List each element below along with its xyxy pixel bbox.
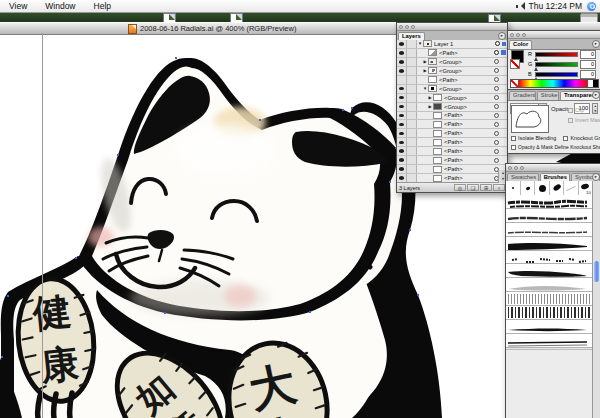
panel-zoom-icon[interactable] [520,166,524,170]
lock-cell[interactable] [407,103,417,111]
panel-zoom-icon[interactable] [522,33,526,37]
panel-zoom-icon[interactable] [411,25,415,29]
layer-label[interactable]: <Path> [444,111,494,119]
clipping-mask-button[interactable]: ◎ [454,184,466,191]
visibility-cell[interactable] [397,120,407,128]
panel-minimize-icon[interactable] [405,25,409,29]
layer-label[interactable]: <Group> [439,67,494,75]
brush-item[interactable] [506,264,593,278]
layer-label[interactable]: <Path> [439,49,494,57]
brush-item[interactable] [506,306,593,320]
layer-row[interactable]: <Path> [397,147,507,156]
target-icon[interactable] [494,140,499,145]
visibility-cell[interactable] [397,138,407,146]
lock-cell[interactable] [407,49,417,57]
brush-swatch[interactable] [535,181,550,195]
brush-swatch[interactable]: 10 [579,181,594,195]
layer-label[interactable]: <Path> [444,147,494,155]
blue-slider[interactable] [535,72,578,77]
layer-label[interactable]: <Path> [444,129,494,137]
lock-cell[interactable] [407,85,417,93]
scrollbar-thumb[interactable] [594,261,599,282]
visibility-cell[interactable] [397,103,407,111]
panel-menu-icon[interactable]: ▸ [592,91,600,99]
visibility-cell[interactable] [397,67,407,75]
target-icon[interactable] [494,50,499,55]
layer-label[interactable]: <Path> [444,120,494,128]
clip-checkbox[interactable]: Clip [568,107,600,113]
layer-row[interactable]: ▶<Group> [397,94,507,103]
target-icon[interactable] [494,95,499,100]
tab-color[interactable]: Color [509,40,532,49]
panel-close-icon[interactable] [510,33,514,37]
layer-label[interactable]: Layer 1 [434,40,495,48]
panel-close-icon[interactable] [399,25,403,29]
opacity-mask-thumbnail[interactable] [511,105,549,133]
brush-item[interactable] [506,292,593,306]
brush-swatch[interactable] [506,181,521,195]
tab-gradient[interactable]: Gradient [509,91,536,100]
blue-value-field[interactable]: 0 [580,70,596,79]
visibility-cell[interactable] [397,112,407,120]
panel-menu-icon[interactable]: ▸ [498,32,506,40]
opacity-mask-knockout-checkbox[interactable]: Opacity & Mask Define Knockout Shape [511,144,600,150]
green-value-field[interactable]: 0 [580,60,596,69]
menu-clock[interactable]: Thu 12:24 PM [529,1,582,11]
spectrum-ramp[interactable] [519,80,587,87]
lock-cell[interactable] [407,147,417,155]
layer-row[interactable]: <Path> [397,138,507,147]
target-icon[interactable] [494,158,499,163]
target-icon[interactable] [494,104,499,109]
color-spectrum-bar[interactable] [510,79,599,88]
brushes-panel-title-bar[interactable] [506,164,600,172]
layer-label[interactable]: <Group> [444,94,494,102]
visibility-cell[interactable] [397,85,407,93]
brush-item[interactable] [506,278,593,292]
visibility-cell[interactable] [397,165,407,173]
target-icon[interactable] [494,86,499,91]
layer-row[interactable]: <Path> [397,120,507,129]
layer-row[interactable]: ▶<Group> [397,58,507,67]
target-icon[interactable] [494,131,499,136]
red-value-field[interactable]: 0 [580,50,596,59]
layer-row[interactable]: ▶<Group> [397,67,507,76]
visibility-cell[interactable] [397,58,407,66]
layers-panel-title-bar[interactable] [397,23,507,31]
visibility-cell[interactable] [397,40,407,48]
layer-label[interactable]: <Path> [444,165,494,173]
lock-cell[interactable] [407,40,417,48]
target-icon[interactable] [495,41,500,46]
red-slider[interactable] [535,52,578,57]
panel-menu-icon[interactable]: ▸ [592,173,600,181]
menu-window[interactable]: Window [36,0,84,12]
target-icon[interactable] [494,59,499,64]
green-slider[interactable] [535,62,578,67]
tab-stroke[interactable]: Stroke [537,91,559,100]
visibility-cell[interactable] [397,49,407,57]
menu-view[interactable]: View [0,0,36,12]
layer-label[interactable]: <Path> [444,138,494,146]
panel-menu-icon[interactable]: ▸ [592,40,600,48]
lock-cell[interactable] [407,58,417,66]
brush-swatch[interactable] [564,181,579,195]
lock-cell[interactable] [407,94,417,102]
panel-close-icon[interactable] [508,166,512,170]
lock-cell[interactable] [407,112,417,120]
stroke-none-swatch[interactable] [510,59,520,69]
target-icon[interactable] [494,122,499,127]
volume-icon[interactable] [516,2,524,10]
layer-row[interactable]: <Path> [397,112,507,121]
layer-row[interactable]: ▼<Group> [397,85,507,94]
visibility-cell[interactable] [397,174,407,182]
layer-label[interactable]: <Group> [439,85,494,93]
brushes-scrollbar[interactable] [592,181,600,418]
spotlight-icon[interactable] [587,2,596,11]
isolate-blending-checkbox[interactable]: Isolate Blending [511,135,556,141]
brush-item[interactable] [506,334,593,348]
new-layer-button[interactable]: ⊞ [480,184,492,191]
fill-stroke-widget[interactable] [510,50,527,70]
layer-label[interactable]: <Path> [439,76,494,84]
invert-mask-checkbox[interactable]: Invert Mask [568,117,600,123]
layer-label[interactable]: <Group> [439,58,494,66]
color-panel-title-bar[interactable] [508,31,600,39]
